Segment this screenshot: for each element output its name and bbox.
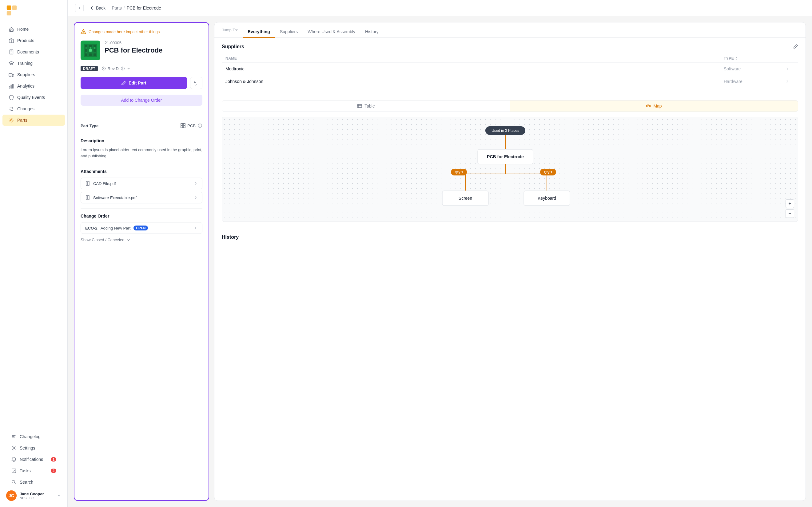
svg-point-46: [649, 105, 651, 107]
map-view-button[interactable]: Map: [510, 101, 798, 112]
sidebar-item-home[interactable]: Home: [2, 24, 65, 35]
svg-rect-1: [12, 5, 17, 10]
suppliers-section: Suppliers NAME TYPE Medtronic Software: [214, 38, 806, 94]
table-view-button[interactable]: Table: [222, 101, 510, 112]
show-closed-button[interactable]: Show Closed / Canceled: [81, 237, 202, 242]
svg-point-6: [9, 76, 10, 77]
user-name: Jane Cooper: [20, 492, 54, 496]
svg-rect-37: [181, 126, 183, 128]
parts-icon: [9, 117, 14, 123]
clock-icon: [101, 66, 106, 71]
svg-rect-9: [11, 85, 12, 88]
topbar: Back Parts / PCB for Electrode: [68, 0, 812, 16]
attachments-label: Attachments: [81, 169, 202, 174]
status-badge: DRAFT: [81, 66, 98, 71]
sidebar-nav: Home Products Documents Training Supplie…: [0, 21, 67, 427]
bell-icon: [11, 457, 17, 462]
back-button[interactable]: Back: [87, 4, 108, 12]
right-panel: Jump To: Everything Suppliers Where Used…: [214, 22, 806, 501]
supplier-name-2: Johnson & Johnson: [225, 79, 724, 84]
pencil-icon: [121, 80, 126, 86]
sort-icon-type[interactable]: [735, 57, 738, 60]
user-company: NBS LLC: [20, 496, 54, 500]
graph-container: Used in 3 Places PCB for Electrode: [222, 117, 798, 222]
supplier-row-2[interactable]: Johnson & Johnson Hardware: [222, 75, 798, 88]
view-toggle: Table Map: [222, 100, 798, 112]
svg-point-17: [83, 33, 84, 33]
breadcrumb-parent[interactable]: Parts: [112, 5, 122, 10]
sidebar-item-changelog[interactable]: Changelog: [5, 431, 62, 442]
notifications-badge: 1: [51, 457, 56, 461]
info-icon[interactable]: [120, 66, 125, 71]
attachment-item[interactable]: CAD File.pdf: [81, 178, 202, 189]
revision-chevron-icon[interactable]: [127, 67, 131, 70]
zoom-out-button[interactable]: −: [785, 209, 794, 218]
tab-everything[interactable]: Everything: [243, 26, 275, 38]
sidebar-item-tasks[interactable]: Tasks 2: [5, 465, 62, 476]
svg-text:PCB for Electrode: PCB for Electrode: [487, 154, 524, 159]
tab-history[interactable]: History: [360, 26, 384, 38]
svg-rect-43: [357, 105, 362, 108]
divider-3: [81, 164, 202, 164]
sidebar-item-products[interactable]: Products: [2, 35, 65, 46]
avatar-image: JC: [6, 491, 17, 501]
tab-suppliers[interactable]: Suppliers: [275, 26, 303, 38]
sidebar-item-suppliers[interactable]: Suppliers: [2, 69, 65, 80]
supplier-row-1[interactable]: Medtronic Software: [222, 62, 798, 75]
svg-text:JC: JC: [9, 493, 14, 498]
warning-text: Changes made here impact other things: [89, 30, 160, 34]
description-label: Description: [81, 138, 202, 143]
sidebar-item-settings[interactable]: Settings: [5, 443, 62, 454]
tab-where-used[interactable]: Where Used & Assembly: [303, 26, 360, 38]
svg-rect-22: [85, 49, 87, 52]
map-section: Table Map Used in 3 Places: [214, 94, 806, 228]
suppliers-edit-icon[interactable]: [793, 44, 798, 50]
svg-text:Screen: Screen: [459, 196, 472, 201]
sidebar-item-search[interactable]: Search: [5, 476, 62, 488]
part-type-info-icon[interactable]: [197, 123, 202, 128]
breadcrumb-separator: /: [123, 5, 125, 10]
row-chevron-2: [785, 79, 790, 83]
user-profile[interactable]: JC Jane Cooper NBS LLC: [2, 488, 65, 503]
map-icon: [646, 104, 651, 108]
svg-point-11: [10, 119, 12, 121]
sidebar-item-parts[interactable]: Parts: [2, 115, 65, 126]
sidebar-item-documents[interactable]: Documents: [2, 46, 65, 57]
search-icon: [11, 480, 17, 485]
divider: [81, 118, 202, 118]
home-icon: [9, 26, 14, 32]
edit-part-button[interactable]: Edit Part: [81, 77, 187, 89]
assembly-graph: Used in 3 Places PCB for Electrode: [228, 123, 792, 215]
part-type-row: Part Type PCB: [81, 123, 202, 128]
attachment-item-2[interactable]: Software Executable.pdf: [81, 192, 202, 204]
changes-icon: [9, 106, 14, 112]
sidebar: Home Products Documents Training Supplie…: [0, 0, 68, 507]
sidebar-item-analytics[interactable]: Analytics: [2, 80, 65, 92]
svg-rect-35: [181, 123, 183, 125]
zoom-in-button[interactable]: +: [785, 200, 794, 208]
settings-icon: [11, 445, 17, 451]
sidebar-item-quality-events[interactable]: Quality Events: [2, 92, 65, 103]
collapse-sidebar-button[interactable]: [75, 4, 84, 12]
page-body: Changes made here impact other things: [68, 16, 812, 507]
change-order-item[interactable]: ECO-2 Adding New Part OPEN: [81, 222, 202, 234]
co-title: Adding New Part: [101, 226, 131, 230]
file-icon-1: [85, 181, 90, 186]
sidebar-item-notifications[interactable]: Notifications 1: [5, 454, 62, 465]
logo-area: [0, 0, 67, 21]
add-to-change-order-button[interactable]: Add to Change Order: [81, 95, 202, 106]
svg-text:Qty 1: Qty 1: [455, 170, 463, 174]
action-row: Edit Part: [81, 77, 202, 89]
jump-to-bar: Jump To: Everything Suppliers Where Used…: [214, 22, 806, 38]
revision-label: Rev D: [108, 66, 119, 71]
supplier-type-1: Software: [724, 66, 785, 71]
svg-point-44: [646, 105, 648, 107]
svg-text:Qty 1: Qty 1: [544, 170, 552, 174]
undo-button[interactable]: [190, 77, 202, 89]
svg-point-40: [200, 125, 200, 125]
change-order-label: Change Order: [81, 214, 202, 219]
collapse-icon: [78, 6, 81, 10]
sidebar-item-training[interactable]: Training: [2, 58, 65, 69]
changelog-icon: [11, 434, 17, 439]
sidebar-item-changes[interactable]: Changes: [2, 103, 65, 114]
